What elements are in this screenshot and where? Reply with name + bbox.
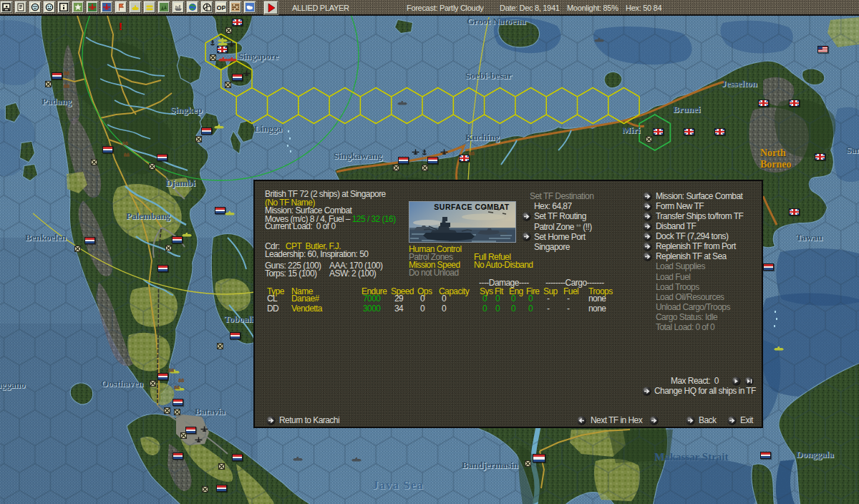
svg-text:OP: OP	[217, 4, 225, 11]
svg-text:SURFACE COMBAT: SURFACE COMBAT	[434, 203, 509, 211]
